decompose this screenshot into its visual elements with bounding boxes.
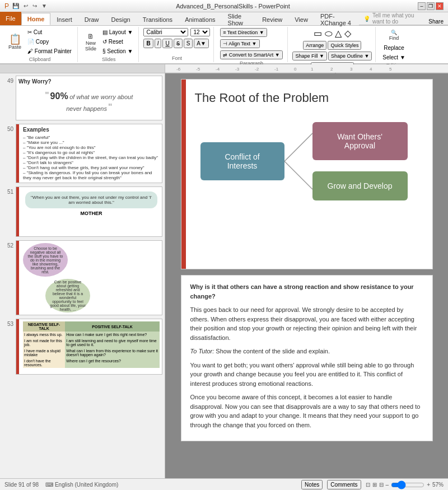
customize-icon[interactable]: ▼ xyxy=(40,3,48,9)
slide-num-53: 53 xyxy=(2,319,13,327)
font-size-select[interactable]: 12 xyxy=(190,28,210,36)
tab-slideshow[interactable]: Slide Show xyxy=(222,13,256,25)
convert-smartart-button[interactable]: ⇌ Convert to SmartArt ▼ xyxy=(220,50,282,59)
svg-text:-2: -2 xyxy=(255,67,259,72)
select-button[interactable]: Select ▼ xyxy=(380,53,407,62)
slide49-title: Why Worry? xyxy=(18,78,160,85)
tab-transitions[interactable]: Transitions xyxy=(137,13,179,25)
shadow-button[interactable]: S xyxy=(184,39,193,48)
zoom-out-button[interactable]: – xyxy=(386,482,389,488)
clipboard-group: 📋 Paste ✂ Cut 📄 Copy 🖌 Format Painter Cl… xyxy=(2,27,78,62)
copy-button[interactable]: 📄 Copy xyxy=(25,38,74,46)
strikethrough-button[interactable]: S̶ xyxy=(174,39,183,48)
svg-text:-3: -3 xyxy=(235,67,240,72)
font-family-select[interactable]: Calibri xyxy=(143,28,188,36)
notes-p2: Show the content of the slide and explai… xyxy=(216,348,330,354)
slide-thumb-50: 50 Examples "Be careful" "Make sure you … xyxy=(2,124,162,183)
slide51-label: MOTHER xyxy=(23,211,160,216)
ruler-row: -6 -5 -4 -3 -2 -1 0 1 2 3 4 5 xyxy=(0,64,448,73)
section-button[interactable]: § Section ▼ xyxy=(100,47,135,55)
shape-fill-button[interactable]: Shape Fill ▼ xyxy=(292,52,326,60)
tell-me-input[interactable]: Tell me what you want to do xyxy=(372,12,419,25)
save-icon[interactable]: 💾 xyxy=(11,3,20,9)
tab-view[interactable]: View xyxy=(288,13,314,25)
slide-info: Slide 91 of 98 xyxy=(4,482,39,488)
underline-button[interactable]: U xyxy=(162,39,172,48)
find-icon: 🔍 xyxy=(391,30,397,35)
paste-button[interactable]: 📋 Paste xyxy=(6,32,24,52)
slide53-body: NEGATIVE SELF-TALK POSITIVE SELF-TALK I … xyxy=(18,321,160,368)
view-normal-icon[interactable]: ⊡ xyxy=(366,482,370,488)
replace-button[interactable]: Replace xyxy=(381,44,407,52)
arrange-button[interactable]: Arrange xyxy=(303,41,326,50)
zoom-in-button[interactable]: + xyxy=(427,482,430,488)
title-bar-left: P 💾 ↩ ↪ ▼ xyxy=(4,2,48,10)
undo-icon[interactable]: ↩ xyxy=(22,3,29,9)
bold-button[interactable]: B xyxy=(143,39,153,48)
zoom-level[interactable]: 57% xyxy=(432,482,444,488)
diagram-right: Want Others' Approval Grow and Develop xyxy=(312,122,408,200)
tab-pdfxchange[interactable]: PDF-XChange 4 xyxy=(314,13,359,25)
window-title: Advanced_B_PersonalSkills - PowerPoint xyxy=(176,3,290,10)
zoom-slider[interactable] xyxy=(391,482,424,488)
shape-outline-button[interactable]: Shape Outline ▼ xyxy=(328,52,372,60)
slide52-bar xyxy=(16,241,19,315)
cut-button[interactable]: ✂ Cut xyxy=(25,28,74,36)
align-text-button[interactable]: ⊣ Align Text ▼ xyxy=(220,39,259,48)
tab-draw[interactable]: Draw xyxy=(78,13,105,25)
tab-animations[interactable]: Animations xyxy=(179,13,221,25)
tab-file[interactable]: File xyxy=(0,12,21,25)
ribbon-content: 📋 Paste ✂ Cut 📄 Copy 🖌 Format Painter Cl… xyxy=(0,26,448,64)
neg-cell: I always mess this up. xyxy=(23,332,65,338)
conflict-box[interactable]: Conflict of Interests xyxy=(200,142,284,180)
main-slide[interactable]: The Root of the Problem Conflict of Inte… xyxy=(181,79,433,269)
table-row: I am not made for this job. I am still l… xyxy=(23,338,160,348)
notes-p4: Once you become aware of this concept, i… xyxy=(190,393,423,430)
quick-styles-button[interactable]: Quick Styles xyxy=(328,41,361,50)
close-button[interactable]: ✕ xyxy=(436,2,444,10)
slide51-bar xyxy=(16,187,19,236)
status-left: Slide 91 of 98 ⌨ English (United Kingdom… xyxy=(4,482,118,488)
tab-insert[interactable]: Insert xyxy=(50,13,78,25)
slide-49[interactable]: Why Worry? " 90% of what we worry aboutn… xyxy=(16,76,162,120)
slide-51[interactable]: "When you are out there, you are not und… xyxy=(16,186,162,237)
view-fit-icon[interactable]: ⊞ xyxy=(372,482,377,488)
pos-cell: I am still learning and need to give mys… xyxy=(65,338,160,348)
slide51-bubble: "When you are out there, you are not und… xyxy=(25,192,157,208)
notes-tutor: To Tutor: Show the content of the slide … xyxy=(190,347,423,356)
canvas-area[interactable]: The Root of the Problem Conflict of Inte… xyxy=(165,73,448,478)
approval-box[interactable]: Want Others' Approval xyxy=(312,122,408,160)
grow-develop-box[interactable]: Grow and Develop xyxy=(312,171,408,200)
comments-button[interactable]: Comments xyxy=(327,480,361,489)
italic-button[interactable]: I xyxy=(155,39,162,48)
slide-52[interactable]: Choose to be negative about all the stuf… xyxy=(16,240,162,315)
slide-53[interactable]: NEGATIVE SELF-TALK POSITIVE SELF-TALK I … xyxy=(16,319,162,375)
tab-review[interactable]: Review xyxy=(256,13,288,25)
view-grid-icon[interactable]: ⊟ xyxy=(379,482,384,488)
table-row: I have made a stupid mistake What can I … xyxy=(23,348,160,358)
layout-button[interactable]: ▤ Layout ▼ xyxy=(100,28,135,36)
format-painter-button[interactable]: 🖌 Format Painter xyxy=(25,47,74,55)
find-button[interactable]: 🔍 Find xyxy=(386,28,402,43)
slide-panel: 49 Why Worry? " 90% of what we worry abo… xyxy=(0,73,165,478)
redo-icon[interactable]: ↪ xyxy=(31,3,38,9)
minimize-button[interactable]: – xyxy=(418,2,426,10)
slide50-list: "Be careful" "Make sure you ..." "You ar… xyxy=(23,135,160,180)
restore-button[interactable]: ❐ xyxy=(427,2,435,10)
slide53-table: NEGATIVE SELF-TALK POSITIVE SELF-TALK I … xyxy=(23,321,160,368)
tab-home[interactable]: Home xyxy=(21,13,51,25)
font-color-button[interactable]: A▼ xyxy=(194,39,209,48)
clipboard-controls: 📋 Paste ✂ Cut 📄 Copy 🖌 Format Painter xyxy=(6,28,74,55)
list-item: "Skating is dangerous. If you fall you c… xyxy=(23,170,160,180)
slide53-bar xyxy=(16,319,19,374)
share-button[interactable]: Share xyxy=(424,18,448,25)
pos-cell: Where can I get the resources? xyxy=(65,358,160,368)
svg-text:-5: -5 xyxy=(196,67,200,72)
tab-design[interactable]: Design xyxy=(105,13,136,25)
notes-button[interactable]: Notes xyxy=(301,480,323,489)
reset-button[interactable]: ↺ Reset xyxy=(100,38,135,46)
new-slide-button[interactable]: 🗎 New Slide xyxy=(82,31,99,53)
slide-50[interactable]: Examples "Be careful" "Make sure you ...… xyxy=(16,124,162,183)
text-direction-button[interactable]: ≡ Text Direction ▼ xyxy=(220,28,267,37)
neg-cell: I am not made for this job. xyxy=(23,338,65,348)
